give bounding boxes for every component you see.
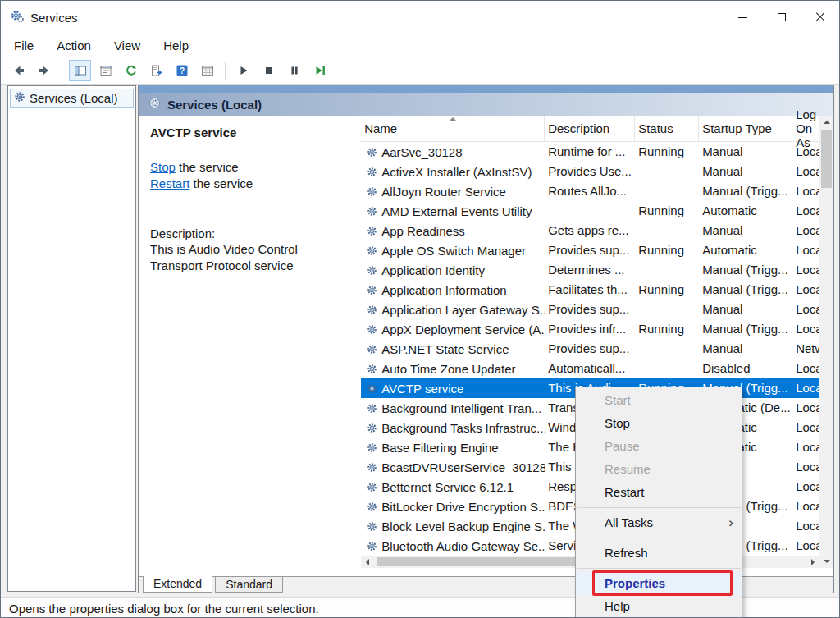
service-gear-icon — [367, 324, 377, 335]
table-row[interactable]: Application Layer Gateway S...Provides s… — [361, 300, 819, 319]
service-gear-icon — [367, 226, 377, 236]
help-button[interactable]: ? — [171, 60, 193, 81]
toolbar-separator — [62, 62, 62, 80]
menu-item-properties[interactable]: Properties — [576, 572, 742, 595]
table-row[interactable]: Application IdentityDetermines ...Manual… — [361, 260, 819, 280]
cell-startup-type: Automatic — [699, 201, 792, 221]
service-gear-icon — [367, 541, 377, 552]
menu-item-stop[interactable]: Stop — [576, 412, 742, 435]
column-header-startup-type[interactable]: Startup Type — [699, 116, 792, 141]
service-name: Auto Time Zone Updater — [381, 362, 515, 376]
titlebar: Services — [1, 1, 839, 34]
vertical-scroll-thumb[interactable] — [821, 130, 832, 188]
service-name: Betternet Service 6.12.1 — [381, 480, 514, 494]
minimize-button[interactable] — [724, 1, 762, 34]
cell-description: Provides sup... — [545, 300, 635, 319]
close-button[interactable] — [801, 1, 839, 34]
table-row[interactable]: Auto Time Zone UpdaterAutomaticall...Dis… — [361, 359, 819, 378]
cell-status — [635, 221, 699, 240]
tab-standard[interactable]: Standard — [215, 577, 283, 593]
back-button[interactable] — [7, 60, 30, 81]
cell-name: App Readiness — [361, 221, 545, 240]
menu-item-start[interactable]: Start — [576, 389, 742, 412]
menu-file[interactable]: File — [6, 36, 42, 55]
menu-item-label: Help — [605, 599, 630, 613]
table-row[interactable]: AarSvc_30128Runtime for ...RunningManual… — [361, 142, 819, 162]
restart-service-button[interactable] — [308, 60, 331, 81]
menu-item-resume[interactable]: Resume — [576, 458, 742, 481]
cell-description: Provides infr... — [545, 319, 635, 339]
tree-item-label: Services (Local) — [30, 91, 118, 105]
cell-startup-type: Manual (Trigg... — [699, 260, 792, 280]
menu-separator — [577, 538, 741, 538]
cell-log-on-as: Local Syste... — [792, 300, 819, 319]
menu-action[interactable]: Action — [48, 36, 99, 55]
column-header-status[interactable]: Status — [635, 116, 699, 141]
column-header-description[interactable]: Description — [545, 116, 635, 141]
service-name: App Readiness — [381, 224, 465, 238]
status-text: Opens the properties dialog box for the … — [9, 602, 319, 616]
menu-separator — [577, 568, 741, 569]
banner-title: Services (Local) — [167, 98, 262, 112]
menu-item-restart[interactable]: Restart — [576, 481, 742, 504]
show-console-tree-button[interactable] — [69, 60, 91, 81]
tree-item-services-local[interactable]: Services (Local) — [10, 89, 134, 108]
service-gear-icon — [367, 442, 377, 453]
scroll-left-button[interactable] — [361, 556, 374, 568]
table-row[interactable]: App ReadinessGets apps re...ManualLocal … — [361, 221, 819, 240]
tab-extended[interactable]: Extended — [143, 576, 212, 593]
column-header-name[interactable]: Name — [361, 116, 545, 141]
cell-startup-type: Manual — [699, 339, 792, 359]
cell-startup-type: Disabled — [699, 359, 792, 378]
table-row[interactable]: AllJoyn Router ServiceRoutes AllJo...Man… — [361, 181, 819, 201]
service-gear-icon — [367, 501, 377, 512]
cell-description: Provides sup... — [545, 339, 635, 359]
scroll-right-icon — [811, 559, 815, 565]
scroll-down-button[interactable] — [819, 555, 833, 568]
table-row[interactable]: Application InformationFacilitates th...… — [361, 280, 819, 300]
vertical-scroll-track[interactable] — [819, 129, 833, 555]
menu-item-all-tasks[interactable]: All Tasks› — [576, 511, 742, 534]
cell-log-on-as: Local Syste... — [792, 497, 819, 516]
export-list-button[interactable] — [145, 60, 167, 81]
menu-item-label: Properties — [605, 576, 665, 590]
cell-startup-type: Automatic — [699, 240, 792, 260]
forward-button[interactable] — [33, 60, 55, 81]
column-header-log-on-as[interactable]: Log On As — [792, 116, 819, 141]
menu-item-refresh[interactable]: Refresh — [576, 542, 742, 565]
properties-toolbar-button[interactable] — [94, 60, 116, 81]
menu-separator — [577, 507, 741, 508]
refresh-button[interactable] — [120, 60, 142, 81]
svg-text:?: ? — [179, 66, 184, 76]
menu-help[interactable]: Help — [155, 36, 197, 55]
table-row[interactable]: ASP.NET State ServiceProvides sup...Manu… — [361, 339, 819, 359]
vertical-scrollbar[interactable] — [819, 116, 833, 568]
menu-item-label: Refresh — [605, 546, 648, 560]
menu-item-help[interactable]: Help — [576, 595, 742, 618]
menu-item-label: Pause — [605, 439, 640, 453]
stop-service-button[interactable] — [258, 60, 280, 81]
cell-status — [635, 162, 699, 181]
table-row[interactable]: AMD External Events UtilityRunningAutoma… — [361, 201, 819, 221]
play-icon — [237, 64, 250, 77]
cell-startup-type: Manual — [699, 142, 792, 162]
stop-service-link[interactable]: Stop — [150, 160, 176, 174]
table-row[interactable]: ActiveX Installer (AxInstSV)Provides Use… — [361, 162, 819, 181]
restart-service-link[interactable]: Restart — [150, 176, 189, 190]
menu-view[interactable]: View — [106, 36, 148, 55]
menu-item-pause[interactable]: Pause — [576, 435, 742, 458]
pause-service-button[interactable] — [283, 60, 305, 81]
scroll-up-button[interactable] — [819, 116, 833, 129]
maximize-button[interactable] — [762, 1, 801, 34]
cell-log-on-as: Local Syste... — [792, 398, 819, 418]
view-menu-button[interactable] — [196, 60, 218, 81]
table-row[interactable]: Apple OS Switch ManagerProvides sup...Ru… — [361, 240, 819, 260]
start-service-button[interactable] — [232, 60, 254, 81]
table-row[interactable]: AppX Deployment Service (A...Provides in… — [361, 319, 819, 339]
cell-status: Running — [635, 240, 699, 260]
cell-log-on-as: Local Syste... — [792, 319, 819, 339]
scroll-right-button[interactable] — [806, 556, 819, 568]
cell-log-on-as: Local Syste... — [792, 221, 819, 240]
service-gear-icon — [367, 462, 377, 473]
cell-startup-type: Manual (Trigg... — [699, 280, 792, 300]
